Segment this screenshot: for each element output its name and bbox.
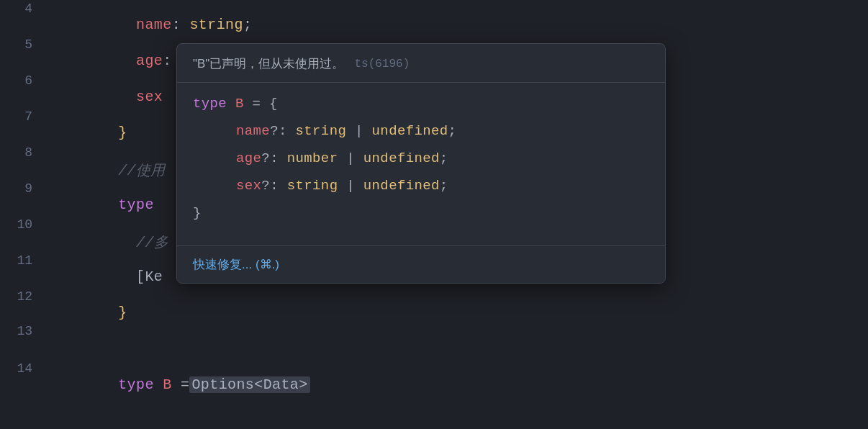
tooltip-code-line-3: age?: number | undefined;	[193, 150, 649, 178]
code-line-4: 4 name: string;	[0, 0, 868, 36]
tooltip-code-ref: ts(6196)	[354, 58, 410, 71]
tooltip-footer: 快速修复... (⌘.)	[177, 245, 665, 283]
line-number-12: 12	[7, 289, 47, 304]
line-number-11: 11	[7, 253, 47, 268]
tooltip-popup: "B"已声明，但从未使用过。 ts(6196) type B = { name?…	[176, 43, 666, 284]
editor-container: 4 name: string; 5 age: number. 6 sex 7 }	[0, 0, 868, 429]
code-line-14: 14 type B =Options<Data>	[0, 360, 868, 396]
tooltip-body: type B = { name?: string | undefined; ag…	[177, 83, 665, 245]
line-content-12: }	[47, 288, 127, 338]
line-number-8: 8	[7, 145, 47, 160]
line-number-6: 6	[7, 73, 47, 88]
tooltip-header: "B"已声明，但从未使用过。 ts(6196)	[177, 44, 665, 83]
line-number-13: 13	[7, 324, 47, 338]
quick-fix-link[interactable]: 快速修复... (⌘.)	[193, 258, 279, 271]
line-number-10: 10	[7, 217, 47, 232]
code-line-13: 13	[0, 324, 868, 360]
tooltip-code-line-5: }	[193, 205, 649, 232]
line-number-7: 7	[7, 109, 47, 124]
tooltip-code-line-1: type B = {	[193, 96, 649, 123]
line-number-9: 9	[7, 181, 47, 196]
tooltip-message: "B"已声明，但从未使用过。	[193, 55, 344, 72]
tooltip-code-line-2: name?: string | undefined;	[193, 123, 649, 150]
line-content-14: type B =Options<Data>	[47, 360, 310, 410]
line-number-14: 14	[7, 361, 47, 376]
tooltip-code-line-4: sex?: string | undefined;	[193, 178, 649, 205]
line-number-4: 4	[7, 1, 47, 16]
token: name	[118, 17, 171, 33]
line-number-5: 5	[7, 37, 47, 52]
